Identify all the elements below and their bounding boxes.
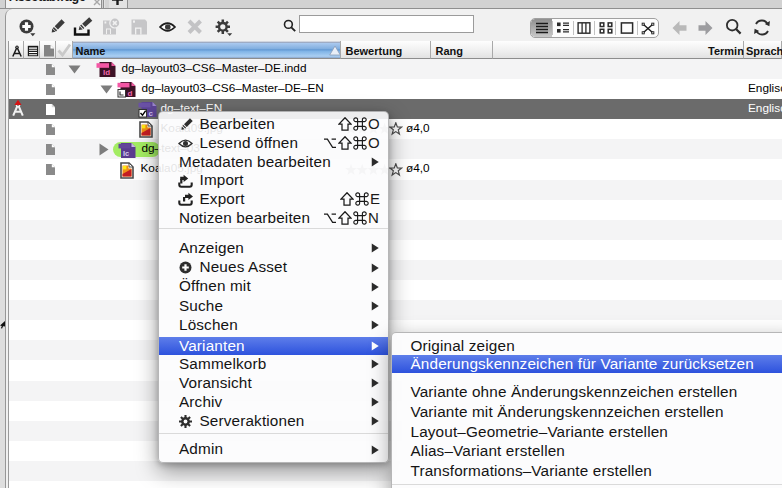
svg-text:c: c (149, 108, 154, 117)
svg-text:d: d (128, 88, 133, 97)
svg-text:Ic: Ic (123, 148, 129, 157)
svg-text:Id: Id (103, 68, 110, 77)
